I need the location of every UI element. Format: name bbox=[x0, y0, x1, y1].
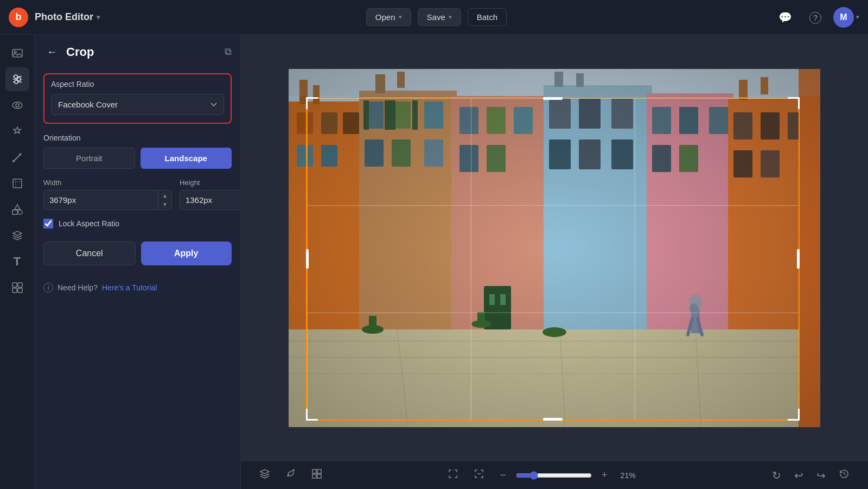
avatar-group: M ▾ bbox=[833, 7, 859, 28]
width-increment[interactable]: ▲ bbox=[158, 192, 171, 200]
sidebar-item-paint[interactable] bbox=[5, 145, 29, 169]
zoom-in-button[interactable]: + bbox=[596, 466, 613, 484]
panel-title: Crop bbox=[66, 45, 219, 59]
aspect-ratio-box: Aspect Ratio Facebook Cover Original Squ… bbox=[43, 73, 232, 124]
help-button[interactable]: ? bbox=[804, 8, 827, 27]
undo-button[interactable]: ↩ bbox=[789, 466, 809, 485]
crop-fit-icon bbox=[474, 468, 484, 479]
portrait-button[interactable]: Portrait bbox=[43, 148, 135, 169]
action-buttons: Cancel Apply bbox=[43, 242, 232, 265]
icon-sidebar: T bbox=[0, 35, 35, 489]
help-row: i Need Help? Here's a Tutorial bbox=[43, 278, 232, 297]
app-title-button[interactable]: Photo Editor ▾ bbox=[35, 11, 100, 23]
logo-icon: b bbox=[9, 8, 28, 27]
crop-transform-icon bbox=[11, 177, 23, 189]
zoom-in-icon: + bbox=[602, 469, 608, 480]
avatar-label: M bbox=[840, 12, 847, 22]
width-input[interactable] bbox=[44, 190, 158, 209]
avatar-chevron-button[interactable]: ▾ bbox=[856, 14, 859, 21]
sidebar-item-view[interactable] bbox=[5, 93, 29, 117]
undo-icon: ↩ bbox=[794, 469, 803, 481]
fit-button[interactable] bbox=[442, 465, 464, 485]
view-icon bbox=[11, 99, 23, 111]
svg-point-8 bbox=[12, 102, 22, 109]
help-icon: ? bbox=[809, 12, 821, 24]
grid-button[interactable] bbox=[306, 465, 328, 485]
zoom-out-icon: − bbox=[500, 469, 506, 481]
lock-row: Lock Aspect Ratio bbox=[43, 219, 232, 228]
width-group: Width ▲ ▼ bbox=[43, 179, 172, 210]
fit-icon bbox=[448, 468, 458, 479]
chat-button[interactable]: 💬 bbox=[773, 8, 797, 27]
help-text: Need Help? bbox=[58, 283, 98, 292]
save-label: Save bbox=[427, 12, 445, 22]
duplicate-button[interactable]: ⧉ bbox=[225, 46, 232, 58]
width-decrement[interactable]: ▼ bbox=[158, 200, 171, 209]
open-button[interactable]: Open ▾ bbox=[366, 8, 411, 26]
svg-rect-14 bbox=[12, 283, 17, 287]
elements-icon bbox=[11, 282, 23, 294]
aspect-ratio-label: Aspect Ratio bbox=[51, 80, 224, 88]
sidebar-item-text[interactable]: T bbox=[5, 250, 29, 274]
sidebar-item-elements[interactable] bbox=[5, 276, 29, 300]
svg-point-7 bbox=[15, 80, 18, 84]
canvas-viewport[interactable] bbox=[241, 35, 868, 461]
sidebar-item-shapes[interactable] bbox=[5, 198, 29, 221]
main-body: T ← Crop ⧉ Aspect Ratio bbox=[0, 35, 868, 489]
lock-aspect-ratio-checkbox[interactable] bbox=[43, 219, 53, 228]
refresh-icon: ↻ bbox=[772, 469, 781, 481]
sidebar-item-photos[interactable] bbox=[5, 41, 29, 65]
cancel-button[interactable]: Cancel bbox=[43, 242, 136, 265]
svg-rect-92 bbox=[289, 69, 820, 427]
sidebar-item-adjustments[interactable] bbox=[5, 67, 29, 91]
svg-rect-16 bbox=[12, 288, 17, 293]
grid-icon bbox=[311, 468, 322, 479]
history-button[interactable] bbox=[833, 465, 855, 485]
svg-rect-15 bbox=[18, 283, 22, 287]
aspect-ratio-select[interactable]: Facebook Cover Original Square (1:1) 4:3… bbox=[51, 94, 224, 115]
sidebar-item-layers[interactable] bbox=[5, 224, 29, 247]
landscape-button[interactable]: Landscape bbox=[141, 148, 232, 169]
svg-rect-17 bbox=[18, 288, 22, 293]
save-button[interactable]: Save ▾ bbox=[418, 8, 461, 26]
orientation-buttons: Portrait Landscape bbox=[43, 148, 232, 169]
sidebar-item-crop[interactable] bbox=[5, 172, 29, 195]
canvas-area: − + 21% ↻ ↩ ↪ bbox=[241, 35, 868, 489]
edit-mode-button[interactable] bbox=[280, 465, 302, 485]
chat-icon: 💬 bbox=[778, 11, 792, 23]
lock-aspect-ratio-label[interactable]: Lock Aspect Ratio bbox=[59, 219, 119, 228]
tutorial-link[interactable]: Here's a Tutorial bbox=[102, 283, 157, 292]
effects-icon bbox=[11, 125, 23, 137]
apply-button[interactable]: Apply bbox=[141, 242, 232, 265]
text-tool-icon: T bbox=[14, 255, 21, 269]
history-icon bbox=[839, 468, 850, 479]
app-title-chevron-icon: ▾ bbox=[97, 14, 100, 21]
shapes-icon bbox=[11, 204, 23, 215]
svg-rect-94 bbox=[317, 469, 321, 473]
photo-scene bbox=[289, 69, 820, 427]
bottom-toolbar: − + 21% ↻ ↩ ↪ bbox=[241, 461, 868, 489]
height-input[interactable] bbox=[180, 190, 241, 209]
crop-fit-button[interactable] bbox=[468, 465, 490, 485]
height-label: Height bbox=[180, 179, 241, 187]
bottom-right-buttons: ↻ ↩ ↪ bbox=[767, 465, 855, 485]
layers-icon bbox=[259, 468, 270, 479]
layers-panel-icon bbox=[11, 230, 23, 242]
svg-point-13 bbox=[18, 210, 22, 214]
refresh-button[interactable]: ↻ bbox=[767, 466, 787, 485]
zoom-out-button[interactable]: − bbox=[494, 466, 512, 485]
width-input-wrap: ▲ ▼ bbox=[43, 190, 172, 210]
crop-panel: ← Crop ⧉ Aspect Ratio Facebook Cover Ori… bbox=[35, 35, 241, 489]
zoom-slider[interactable] bbox=[516, 471, 592, 480]
avatar-button[interactable]: M bbox=[833, 7, 854, 28]
sidebar-item-effects[interactable] bbox=[5, 119, 29, 143]
batch-button[interactable]: Batch bbox=[468, 8, 507, 26]
svg-point-5 bbox=[17, 78, 21, 81]
orientation-label: Orientation bbox=[43, 134, 232, 142]
cancel-label: Cancel bbox=[76, 249, 103, 258]
svg-point-10 bbox=[12, 160, 15, 162]
redo-button[interactable]: ↪ bbox=[811, 466, 831, 485]
photos-icon bbox=[11, 47, 23, 59]
layers-button[interactable] bbox=[254, 465, 276, 485]
back-button[interactable]: ← bbox=[43, 45, 61, 59]
